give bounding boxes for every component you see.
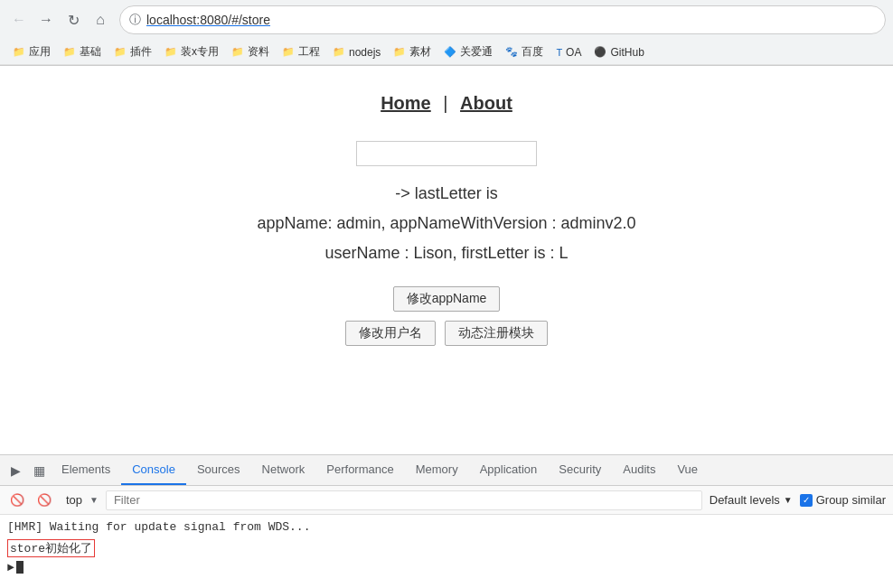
bookmark-label: nodejs	[349, 46, 381, 59]
tab-performance[interactable]: Performance	[315, 455, 404, 485]
bookmark-baidu[interactable]: 🐾 百度	[500, 42, 549, 61]
modify-username-button[interactable]: 修改用户名	[345, 321, 436, 346]
browser-toolbar: ← → ↻ ⌂ ⓘ	[0, 0, 893, 40]
bookmark-label: 插件	[130, 44, 152, 60]
bookmark-label: 百度	[522, 44, 543, 60]
nav-separator: |	[443, 93, 447, 113]
devtools-tabs-list: Elements Console Sources Network Perform…	[51, 455, 889, 485]
address-bar[interactable]: ⓘ	[119, 5, 886, 34]
bookmark-label: 基础	[80, 44, 101, 60]
folder-icon: 📁	[164, 46, 177, 58]
bookmark-basics[interactable]: 📁 基础	[58, 42, 107, 61]
last-letter-line: -> lastLetter is	[395, 184, 498, 203]
page-content: Home | About -> lastLetter is appName: a…	[0, 66, 893, 454]
folder-icon: 📁	[13, 46, 25, 58]
group-similar-checkbox[interactable]: ✓	[800, 494, 813, 507]
folder-icon: 📁	[333, 46, 345, 58]
bookmark-projects[interactable]: 📁 工程	[277, 42, 325, 61]
url-input[interactable]	[146, 13, 876, 27]
console-line-store: store初始化了	[7, 539, 95, 557]
reload-button[interactable]: ↻	[61, 8, 85, 32]
folder-icon: 📁	[282, 46, 295, 58]
nav-buttons: ← → ↻ ⌂	[7, 8, 112, 32]
dynamic-register-button[interactable]: 动态注册模块	[445, 321, 548, 346]
user-name-line: userName : Lison, firstLetter is : L	[324, 244, 568, 263]
clear-console-button[interactable]: 🚫	[7, 490, 27, 510]
devtools-tabs: ▶ ▦ Elements Console Sources Network Per…	[0, 455, 893, 486]
tab-sources[interactable]: Sources	[186, 455, 251, 485]
tab-console[interactable]: Console	[121, 455, 186, 485]
browser-chrome: ← → ↻ ⌂ ⓘ 📁 应用 📁 基础 📁 插件 📁 装x专用 📁	[0, 0, 893, 66]
default-levels-label: Default levels	[710, 493, 780, 507]
inspect-element-button[interactable]: ▶	[4, 459, 27, 482]
bookmark-label: 应用	[29, 44, 51, 60]
devtools-panel: ▶ ▦ Elements Console Sources Network Per…	[0, 454, 893, 588]
bookmark-label: 素材	[409, 44, 431, 60]
bookmark-data[interactable]: 📁 资料	[226, 42, 275, 61]
console-filter-input[interactable]	[106, 490, 702, 510]
page-nav: Home | About	[381, 93, 512, 114]
tab-elements[interactable]: Elements	[51, 455, 121, 485]
console-line-hmr: [HMR] Waiting for update signal from WDS…	[7, 518, 886, 537]
bookmark-label: 关爱通	[460, 44, 493, 60]
folder-icon: 📁	[114, 46, 127, 58]
home-button[interactable]: ⌂	[89, 8, 112, 32]
bookmark-assets[interactable]: 📁 素材	[388, 42, 437, 61]
back-button[interactable]: ←	[7, 8, 31, 32]
devtools-console-toolbar: 🚫 🚫 top ▼ Default levels ▼ ✓ Group simil…	[0, 486, 893, 515]
bookmark-label: 资料	[248, 44, 269, 60]
tab-audits[interactable]: Audits	[612, 455, 666, 485]
bookmark-guaitong[interactable]: 🔷 关爱通	[438, 42, 498, 61]
folder-icon: 📁	[393, 46, 406, 58]
default-levels-wrap[interactable]: Default levels ▼	[710, 493, 793, 507]
app-name-line: appName: admin, appNameWithVersion : adm…	[257, 214, 635, 233]
tab-memory[interactable]: Memory	[405, 455, 469, 485]
console-output: [HMR] Waiting for update signal from WDS…	[0, 515, 893, 588]
main-text-input[interactable]	[356, 141, 537, 166]
site-icon: 🐾	[505, 46, 518, 58]
home-link[interactable]: Home	[381, 93, 431, 113]
bookmark-plugins[interactable]: 📁 插件	[108, 42, 157, 61]
site-icon: 🔷	[444, 46, 456, 58]
bookmark-apps[interactable]: 📁 应用	[7, 42, 56, 61]
console-cursor-arrow: ►	[7, 561, 14, 574]
bookmark-oa[interactable]: T OA	[550, 44, 587, 61]
site-icon: T	[556, 47, 562, 58]
folder-icon: 📁	[63, 46, 76, 58]
group-similar-wrap[interactable]: ✓ Group similar	[800, 493, 886, 507]
context-selector-wrap[interactable]: top ▼	[61, 490, 99, 509]
bookmark-github[interactable]: ⚫ GitHub	[588, 44, 649, 61]
bookmark-special[interactable]: 📁 装x专用	[159, 42, 224, 61]
github-icon: ⚫	[594, 46, 606, 58]
tab-network[interactable]: Network	[251, 455, 316, 485]
forward-button[interactable]: →	[34, 8, 58, 32]
bookmark-label: 工程	[298, 44, 320, 60]
context-select[interactable]: top	[61, 490, 88, 509]
about-link[interactable]: About	[460, 93, 512, 113]
group-similar-label: Group similar	[816, 493, 886, 507]
folder-icon: 📁	[231, 46, 244, 58]
info-icon: ⓘ	[129, 12, 141, 28]
console-cursor	[16, 561, 24, 574]
bookmark-label: GitHub	[610, 46, 644, 59]
tab-vue[interactable]: Vue	[666, 455, 709, 485]
default-levels-arrow-icon: ▼	[784, 495, 793, 505]
tab-application[interactable]: Application	[469, 455, 549, 485]
select-arrow-icon: ▼	[89, 495, 99, 505]
modify-appname-button[interactable]: 修改appName	[393, 286, 501, 312]
device-toggle-button[interactable]: ▦	[27, 459, 51, 482]
console-settings-button[interactable]: 🚫	[34, 490, 54, 510]
bookmark-nodejs[interactable]: 📁 nodejs	[327, 44, 386, 61]
bookmark-label: OA	[566, 46, 581, 59]
bookmarks-bar: 📁 应用 📁 基础 📁 插件 📁 装x专用 📁 资料 📁 工程 📁 nodejs	[0, 40, 893, 65]
tab-security[interactable]: Security	[548, 455, 612, 485]
bookmark-label: 装x专用	[181, 44, 219, 60]
